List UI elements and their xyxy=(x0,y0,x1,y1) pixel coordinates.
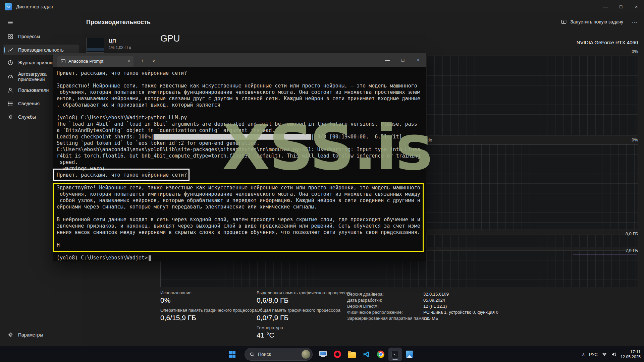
list-icon xyxy=(7,101,13,107)
active-app-indicator xyxy=(392,359,398,360)
close-button[interactable]: × xyxy=(629,0,644,13)
taskbar-item-this-pc[interactable] xyxy=(316,348,330,361)
run-new-task-label: Запустить новую задачу xyxy=(570,19,623,24)
sidebar-item-processes[interactable]: Процессы xyxy=(3,32,79,42)
shared-memory-value: 0,0/7,9 ГБ xyxy=(257,314,288,322)
sidebar-item-label: Параметры xyxy=(18,332,43,338)
gear-icon xyxy=(7,114,13,120)
gpu-usage-label: Использование xyxy=(160,290,192,295)
taskbar-center: Поиск >_ xyxy=(225,348,416,361)
directx-version-label: Версия DirectX: xyxy=(347,304,379,309)
sidebar-item-label: Сведения xyxy=(18,101,40,106)
search-avatar xyxy=(302,350,310,359)
driver-version-label: Версия драйвера: xyxy=(347,292,384,297)
chrome-icon xyxy=(377,351,384,358)
cpu-thumbnail-chart[interactable] xyxy=(86,38,104,53)
terminal-prompt: (yolo8) C:\Users\ebosh\Wadjet> xyxy=(57,255,148,261)
vscode-icon xyxy=(363,351,370,358)
question-highlight-box xyxy=(53,169,190,181)
dedicated-memory-usage-line xyxy=(573,254,637,254)
dedicated-memory-axis-label: 8,0 ГБ xyxy=(626,231,638,236)
terminal-tab[interactable]: Anaconda Prompt × xyxy=(57,56,133,67)
windows-logo-icon xyxy=(229,351,235,358)
more-options-button[interactable]: … xyxy=(630,17,639,26)
user-icon xyxy=(7,87,13,93)
photos-icon xyxy=(406,351,413,358)
cpu-thumbnail-stats: 1% 1,02 ГГц xyxy=(109,45,131,50)
physical-location-label: Физическое расположение: xyxy=(347,310,403,315)
gpu-ram-value: 0,6/15,9 ГБ xyxy=(160,314,196,322)
driver-version-value: 32.0.15.6109 xyxy=(423,292,449,297)
search-box[interactable]: Поиск xyxy=(245,348,313,361)
language-indicator[interactable]: РУС xyxy=(589,352,598,357)
cpu-thumbnail-label: ЦП xyxy=(109,38,116,44)
taskbar-item-vscode[interactable] xyxy=(360,348,373,361)
terminal-tab-title: Anaconda Prompt xyxy=(68,59,103,64)
clock-date: 12.05.2025 xyxy=(621,355,641,359)
taskbar-item-terminal[interactable]: >_ xyxy=(388,348,402,361)
window-title: Диспетчер задач xyxy=(16,4,53,9)
temperature-label: Температура xyxy=(257,325,283,330)
taskbar-item-photos[interactable] xyxy=(403,348,416,361)
new-task-icon xyxy=(561,19,567,25)
watermark: XSS.is xyxy=(222,117,431,179)
volume-icon[interactable] xyxy=(611,352,616,357)
shared-memory-label: Общая память графического процессора xyxy=(257,308,340,313)
start-button[interactable] xyxy=(225,348,239,361)
terminal-caption-controls: — □ × xyxy=(380,53,426,67)
performance-icon xyxy=(7,47,13,53)
window-caption-controls: — □ × xyxy=(598,0,644,13)
search-icon xyxy=(250,352,255,357)
console-icon xyxy=(61,59,66,64)
temperature-value: 41 °C xyxy=(257,331,274,339)
folder-icon xyxy=(348,352,356,358)
tray-chevron-icon[interactable]: ∧ xyxy=(582,352,585,357)
clock-time: 17:11 xyxy=(621,349,641,355)
page-title: Производительность xyxy=(86,19,151,26)
tab-close-icon[interactable]: × xyxy=(127,59,130,64)
shared-memory-axis-label: 7,9 ГБ xyxy=(626,248,638,253)
physical-location-value: PCI-шина 1, устройство 0, функция 0 xyxy=(423,310,498,315)
clock-icon xyxy=(7,60,13,66)
maximize-button[interactable]: □ xyxy=(613,0,629,13)
answer-highlight-box xyxy=(53,183,424,252)
run-new-task-button[interactable]: Запустить новую задачу xyxy=(561,19,623,25)
directx-version-value: 12 (FL 12.1) xyxy=(423,304,447,309)
gpu-device-name: NVIDIA GeForce RTX 4060 xyxy=(577,40,638,45)
gpu-utilization-axis-label: 0% xyxy=(632,49,638,54)
maximize-button[interactable]: □ xyxy=(395,53,411,67)
video-decode-axis-label: 0% xyxy=(632,137,638,142)
search-placeholder: Поиск xyxy=(258,352,271,357)
tab-dropdown-button[interactable]: ∨ xyxy=(149,57,158,65)
screen: Диспетчер задач — □ × Процессы Производи… xyxy=(0,0,644,362)
opera-icon xyxy=(334,351,341,358)
sidebar-item-label: Службы xyxy=(18,114,36,120)
taskbar-clock[interactable]: 17:11 12.05.2025 xyxy=(621,349,641,359)
sidebar-item-label: Производительность xyxy=(18,47,64,53)
wifi-icon[interactable] xyxy=(602,352,607,357)
gauge-icon xyxy=(7,74,13,80)
minimize-button[interactable]: — xyxy=(380,53,395,67)
sidebar-item-label: Процессы xyxy=(18,34,40,39)
sidebar-item-label: Пользователи xyxy=(18,87,49,93)
task-manager-icon xyxy=(5,3,12,10)
taskbar-item-explorer[interactable] xyxy=(345,348,359,361)
new-tab-button[interactable]: + xyxy=(138,57,147,65)
gear-icon xyxy=(7,332,13,338)
gpu-video-decode-chart xyxy=(400,144,638,230)
menu-button[interactable] xyxy=(3,18,79,27)
processes-icon xyxy=(7,34,13,40)
sidebar-item-settings[interactable]: Параметры xyxy=(3,330,79,340)
reserved-memory-label: Зарезервированная аппаратная память: xyxy=(347,316,429,321)
minimize-button[interactable]: — xyxy=(598,0,613,13)
taskbar-item-opera[interactable] xyxy=(331,348,344,361)
monitor-icon xyxy=(319,351,327,356)
reserved-memory-value: 235 МБ xyxy=(423,316,438,321)
close-button[interactable]: × xyxy=(411,53,426,67)
terminal-prompt-line[interactable]: (yolo8) C:\Users\ebosh\Wadjet> xyxy=(57,255,151,261)
driver-date-label: Дата разработки: xyxy=(347,298,382,303)
dedicated-memory-value: 0,6/8,0 ГБ xyxy=(257,296,288,304)
hamburger-icon xyxy=(7,19,13,25)
taskbar-item-chrome[interactable] xyxy=(374,348,387,361)
terminal-cursor xyxy=(149,255,151,261)
